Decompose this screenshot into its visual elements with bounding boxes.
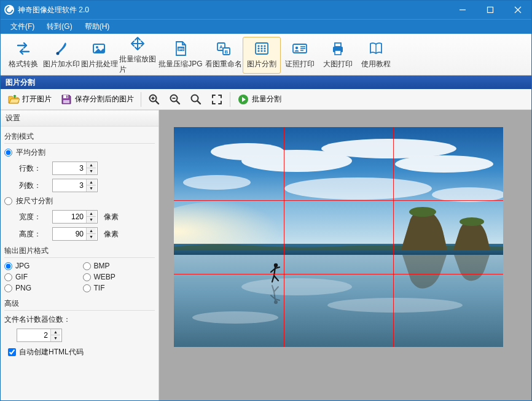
radio-bmp[interactable]: BMP bbox=[83, 262, 155, 270]
svg-rect-56 bbox=[174, 255, 503, 347]
cols-input[interactable]: ▲▼ bbox=[52, 179, 98, 192]
rows-input[interactable]: ▲▼ bbox=[52, 162, 98, 175]
open-image-button[interactable]: 打开图片 bbox=[4, 90, 55, 109]
close-button[interactable] bbox=[504, 1, 531, 19]
radio-png[interactable]: PNG bbox=[4, 284, 77, 292]
batch-split-button[interactable]: 批量分割 bbox=[234, 90, 284, 109]
svg-point-49 bbox=[395, 155, 493, 173]
width-label: 宽度： bbox=[19, 212, 49, 222]
rename-icon: AB bbox=[216, 41, 232, 56]
rows-field[interactable] bbox=[53, 163, 86, 174]
counter-digits-field[interactable] bbox=[17, 330, 50, 341]
counter-down[interactable]: ▼ bbox=[51, 335, 60, 341]
height-field[interactable] bbox=[53, 228, 86, 239]
svg-point-50 bbox=[183, 175, 251, 190]
svg-point-24 bbox=[295, 47, 298, 49]
svg-text:JPG: JPG bbox=[178, 47, 184, 51]
legend-output-format: 输出图片格式 bbox=[4, 244, 155, 258]
brush-icon bbox=[53, 41, 69, 56]
counter-digits-input[interactable]: ▲▼ bbox=[17, 329, 62, 342]
rows-label: 行数： bbox=[19, 163, 49, 174]
svg-rect-33 bbox=[66, 95, 68, 98]
preview-image[interactable] bbox=[174, 127, 503, 347]
cols-label: 列数： bbox=[19, 181, 49, 191]
svg-point-59 bbox=[192, 311, 278, 324]
zoom-in-icon bbox=[148, 93, 160, 106]
height-up[interactable]: ▲ bbox=[87, 228, 96, 234]
fullscreen-icon bbox=[211, 93, 223, 106]
fullscreen-button[interactable] bbox=[208, 90, 226, 109]
tool-rename-by-view[interactable]: AB 看图重命名 bbox=[205, 37, 243, 74]
radio-webp[interactable]: WEBP bbox=[83, 273, 155, 281]
settings-sidebar: 设置 分割模式 平均分割 行数： ▲▼ 列数： ▲▼ bbox=[1, 110, 159, 400]
play-icon bbox=[237, 93, 249, 106]
checkbox-auto-html[interactable]: 自动创建HTML代码 bbox=[8, 347, 155, 357]
section-header: 图片分割 bbox=[1, 76, 531, 89]
tool-tutorial[interactable]: 使用教程 bbox=[357, 37, 395, 74]
jpg-file-icon: JPG bbox=[173, 41, 189, 56]
svg-point-51 bbox=[284, 177, 432, 200]
height-label: 高度： bbox=[19, 229, 49, 239]
svg-point-62 bbox=[274, 263, 278, 267]
menu-help[interactable]: 帮助(H) bbox=[79, 20, 116, 34]
svg-point-16 bbox=[264, 45, 265, 47]
svg-point-63 bbox=[274, 300, 278, 304]
maximize-button[interactable] bbox=[476, 1, 504, 19]
checkbox-auto-html-input[interactable] bbox=[8, 348, 16, 356]
svg-point-52 bbox=[432, 187, 503, 202]
radio-by-size[interactable]: 按尺寸分割 bbox=[4, 196, 155, 206]
tool-split-image[interactable]: 图片分割 bbox=[243, 37, 281, 74]
rows-up[interactable]: ▲ bbox=[87, 162, 96, 168]
zoom-out-button[interactable] bbox=[166, 90, 184, 109]
cols-down[interactable]: ▼ bbox=[87, 185, 96, 192]
rows-down[interactable]: ▼ bbox=[87, 168, 96, 174]
sub-toolbar: 打开图片 保存分割后的图片 批量分割 bbox=[1, 89, 531, 110]
radio-jpg[interactable]: JPG bbox=[4, 262, 77, 270]
menu-bar: 文件(F) 转到(G) 帮助(H) bbox=[1, 19, 531, 34]
fieldset-split-mode: 分割模式 平均分割 行数： ▲▼ 列数： ▲▼ bbox=[4, 130, 155, 241]
width-down[interactable]: ▼ bbox=[87, 217, 96, 223]
svg-line-40 bbox=[177, 101, 180, 104]
zoom-in-button[interactable] bbox=[145, 90, 163, 109]
counter-up[interactable]: ▲ bbox=[51, 329, 60, 335]
menu-file[interactable]: 文件(F) bbox=[4, 20, 41, 34]
height-down[interactable]: ▼ bbox=[87, 234, 96, 240]
tool-batch-resize[interactable]: 批量缩放图片 bbox=[119, 37, 157, 74]
width-input[interactable]: ▲▼ bbox=[52, 210, 98, 224]
radio-avg-split-input[interactable] bbox=[4, 149, 12, 157]
svg-point-21 bbox=[260, 50, 262, 52]
tool-watermark[interactable]: 图片加水印 bbox=[42, 37, 80, 74]
tool-batch-process[interactable]: 图片批处理 bbox=[80, 37, 119, 74]
radio-tif[interactable]: TIF bbox=[83, 284, 155, 292]
id-card-icon bbox=[292, 41, 308, 56]
svg-point-19 bbox=[264, 47, 265, 49]
radio-gif[interactable]: GIF bbox=[4, 273, 77, 281]
radio-by-size-input[interactable] bbox=[4, 197, 12, 205]
settings-header: 设置 bbox=[1, 110, 158, 127]
svg-point-22 bbox=[264, 50, 265, 52]
height-input[interactable]: ▲▼ bbox=[52, 227, 98, 241]
width-up[interactable]: ▲ bbox=[87, 211, 96, 217]
zoom-reset-button[interactable] bbox=[187, 90, 205, 109]
cols-field[interactable] bbox=[53, 180, 86, 191]
menu-goto[interactable]: 转到(G) bbox=[41, 20, 78, 34]
images-icon bbox=[92, 41, 108, 56]
svg-line-43 bbox=[198, 101, 201, 104]
save-split-button[interactable]: 保存分割后的图片 bbox=[57, 90, 137, 109]
counter-digits-label: 文件名计数器位数： bbox=[4, 314, 155, 325]
width-field[interactable] bbox=[53, 211, 86, 222]
svg-point-18 bbox=[260, 47, 262, 49]
printer-icon bbox=[330, 41, 346, 56]
svg-point-20 bbox=[257, 50, 259, 52]
legend-advanced: 高级 bbox=[4, 297, 155, 311]
svg-rect-29 bbox=[335, 43, 341, 47]
minimize-button[interactable] bbox=[448, 1, 476, 19]
zoom-out-icon bbox=[169, 93, 181, 106]
tool-batch-compress-jpg[interactable]: JPG 批量压缩JPG bbox=[157, 37, 205, 74]
title-bar: 神奇图像处理软件 2.0 bbox=[1, 1, 531, 19]
tool-big-print[interactable]: 大图打印 bbox=[319, 37, 357, 74]
tool-format-convert[interactable]: 格式转换 bbox=[4, 37, 42, 74]
tool-id-photo[interactable]: 证照打印 bbox=[281, 37, 319, 74]
cols-up[interactable]: ▲ bbox=[87, 179, 96, 185]
radio-avg-split[interactable]: 平均分割 bbox=[4, 147, 155, 158]
